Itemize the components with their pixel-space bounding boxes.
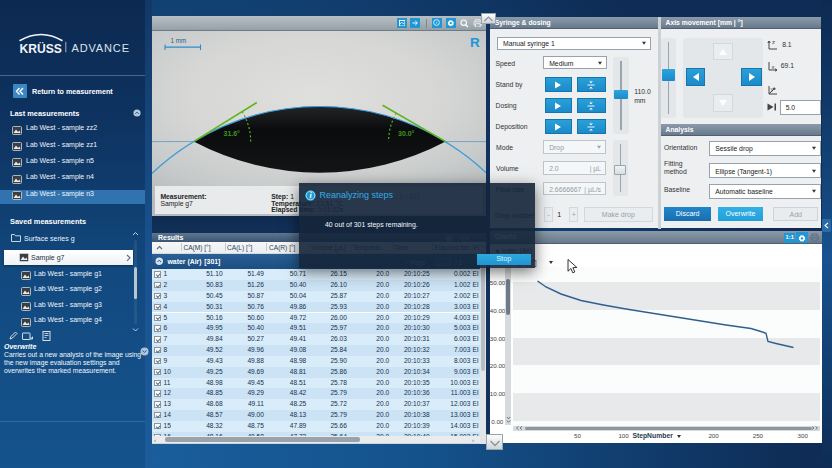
svg-text:R: R <box>470 35 480 50</box>
svg-text:30.0°: 30.0° <box>398 130 415 137</box>
svg-text:1 mm: 1 mm <box>171 37 187 44</box>
svg-text:i: i <box>436 21 438 26</box>
svg-text:ADVANCE: ADVANCE <box>72 42 130 54</box>
svg-text:KRÜSS: KRÜSS <box>20 41 62 56</box>
svg-text:x: x <box>771 64 774 70</box>
svg-text:z: z <box>772 39 775 45</box>
svg-text:y: y <box>770 86 773 92</box>
svg-text:31.6°: 31.6° <box>224 130 241 137</box>
